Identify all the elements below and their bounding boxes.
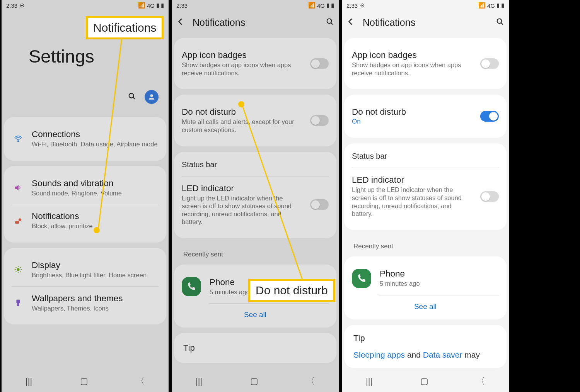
search-icon[interactable] xyxy=(326,17,334,28)
toggle-led[interactable] xyxy=(480,191,499,202)
dnd-status-icon: ⊝ xyxy=(20,2,25,9)
battery-status-icon: ▮ xyxy=(161,2,164,9)
item-do-not-disturb[interactable]: Do not disturb On xyxy=(344,95,507,138)
network-status-icon: 4G xyxy=(487,2,495,9)
back-icon[interactable] xyxy=(176,17,185,28)
svg-line-14 xyxy=(20,267,21,268)
callout-box-notifications: Notifications xyxy=(86,16,164,39)
recent-app-name: Phone xyxy=(380,269,499,279)
sleeping-apps-link[interactable]: Sleeping apps xyxy=(353,350,405,359)
back-icon[interactable] xyxy=(346,17,355,28)
item-title: Connections xyxy=(32,129,159,139)
clock: 2:33 xyxy=(6,2,17,9)
item-sub: Sound mode, Ringtone, Volume xyxy=(32,189,159,197)
section-recently-sent: Recently sent xyxy=(174,244,336,261)
recent-app-row[interactable]: Phone 5 minutes ago xyxy=(352,263,499,294)
annotation-dot xyxy=(94,227,100,233)
phone-app-icon xyxy=(182,277,201,296)
nav-home-icon[interactable]: ▢ xyxy=(250,376,258,386)
settings-item-notifications[interactable]: Notifications Block, allow, prioritize xyxy=(12,206,159,236)
toggle-badges[interactable] xyxy=(480,58,499,69)
section-recently-sent: Recently sent xyxy=(344,236,507,253)
sun-icon xyxy=(12,263,25,276)
network-status-icon: 4G xyxy=(147,2,155,9)
toggle-dnd[interactable] xyxy=(480,111,499,122)
search-icon[interactable] xyxy=(496,17,504,28)
item-sub: Wi-Fi, Bluetooth, Data usage, Airplane m… xyxy=(32,140,159,148)
svg-rect-15 xyxy=(16,300,20,303)
item-status-bar[interactable]: Status bar xyxy=(182,159,329,175)
battery-status-icon: ▮ xyxy=(501,2,504,9)
callout-box-dnd: Do not disturb xyxy=(248,279,335,302)
item-title: LED indicator xyxy=(352,175,473,185)
nav-bar: ||| ▢ 〈 xyxy=(342,370,509,392)
settings-item-connections[interactable]: Connections Wi-Fi, Bluetooth, Data usage… xyxy=(12,124,159,154)
nav-recents-icon[interactable]: ||| xyxy=(366,376,372,386)
settings-item-display[interactable]: Display Brightness, Blue light filter, H… xyxy=(12,255,159,285)
item-status-bar[interactable]: Status bar xyxy=(352,150,499,166)
wifi-status-icon: 📶 xyxy=(138,2,145,9)
phone-app-icon xyxy=(352,269,371,288)
status-bar: 2:33 ⊝ 📶 4G ▮ ▮ xyxy=(2,0,169,11)
nav-back-icon[interactable]: 〈 xyxy=(476,375,485,387)
network-status-icon: 4G xyxy=(317,2,325,9)
item-sub: Show badges on app icons when apps recei… xyxy=(352,61,473,77)
battery-status-icon: ▮ xyxy=(331,2,334,9)
search-icon[interactable] xyxy=(128,92,136,102)
svg-line-1 xyxy=(133,97,135,99)
nav-back-icon[interactable]: 〈 xyxy=(136,375,145,387)
wifi-status-icon: 📶 xyxy=(478,2,486,9)
signal-status-icon: ▮ xyxy=(156,2,159,9)
dnd-status-icon: ⊝ xyxy=(360,2,365,9)
annotation-dot xyxy=(238,101,244,107)
item-title: App icon badges xyxy=(182,50,303,60)
item-title: Sounds and vibration xyxy=(32,178,159,188)
page-title: Notifications xyxy=(363,17,415,28)
item-sub: Show badges on app icons when apps recei… xyxy=(182,61,303,77)
item-sub: Light up the LED indicator when the scre… xyxy=(182,194,303,226)
item-sub: Wallpapers, Themes, Icons xyxy=(32,304,159,312)
item-state: On xyxy=(352,118,473,126)
page-title: Notifications xyxy=(193,17,245,28)
item-title: Do not disturb xyxy=(352,107,473,117)
screen-settings: 2:33 ⊝ 📶 4G ▮ ▮ Settings Connections xyxy=(0,0,170,392)
svg-line-20 xyxy=(501,22,503,24)
toggle-led[interactable] xyxy=(310,199,329,210)
data-saver-link[interactable]: Data saver xyxy=(423,350,462,359)
see-all-link[interactable]: See all xyxy=(352,297,499,312)
signal-status-icon: ▮ xyxy=(326,2,329,9)
settings-item-wallpapers[interactable]: Wallpapers and themes Wallpapers, Themes… xyxy=(12,288,159,318)
svg-point-3 xyxy=(18,141,19,142)
toggle-dnd[interactable] xyxy=(310,115,329,126)
wifi-icon xyxy=(12,132,25,145)
nav-bar: ||| ▢ 〈 xyxy=(2,370,169,392)
item-title: App icon badges xyxy=(352,50,473,60)
item-app-icon-badges[interactable]: App icon badges Show badges on app icons… xyxy=(344,38,507,89)
svg-line-18 xyxy=(331,22,333,24)
profile-avatar[interactable] xyxy=(145,90,159,104)
clock: 2:33 xyxy=(176,2,188,9)
nav-home-icon[interactable]: ▢ xyxy=(80,376,88,386)
screen-notifications: 2:33 📶 4G ▮ ▮ Notifications App icon bad… xyxy=(170,0,340,392)
see-all-link[interactable]: See all xyxy=(182,305,329,321)
nav-bar: ||| ▢ 〈 xyxy=(172,370,339,392)
nav-back-icon[interactable]: 〈 xyxy=(306,375,315,387)
signal-status-icon: ▮ xyxy=(496,2,500,9)
status-bar: 2:33 ⊝ 📶 4G ▮ ▮ xyxy=(342,0,509,11)
item-sub: Light up the LED indicator when the scre… xyxy=(352,186,473,218)
item-app-icon-badges[interactable]: App icon badges Show badges on app icons… xyxy=(174,38,336,89)
status-bar: 2:33 📶 4G ▮ ▮ xyxy=(172,0,339,11)
item-do-not-disturb[interactable]: Do not disturb Mute all calls and alerts… xyxy=(174,95,336,146)
tip-body: Sleeping apps and Data saver may xyxy=(353,350,497,360)
item-led-indicator[interactable]: LED indicator Light up the LED indicator… xyxy=(182,178,329,232)
nav-recents-icon[interactable]: ||| xyxy=(26,376,32,386)
tip-heading: Tip xyxy=(353,333,497,343)
svg-rect-4 xyxy=(15,221,19,224)
nav-home-icon[interactable]: ▢ xyxy=(420,376,428,386)
item-led-indicator[interactable]: LED indicator Light up the LED indicator… xyxy=(352,170,499,223)
svg-point-2 xyxy=(150,94,153,97)
nav-recents-icon[interactable]: ||| xyxy=(196,376,202,386)
item-title: Notifications xyxy=(32,211,159,221)
settings-item-sounds[interactable]: Sounds and vibration Sound mode, Rington… xyxy=(12,173,159,203)
toggle-badges[interactable] xyxy=(310,58,329,69)
